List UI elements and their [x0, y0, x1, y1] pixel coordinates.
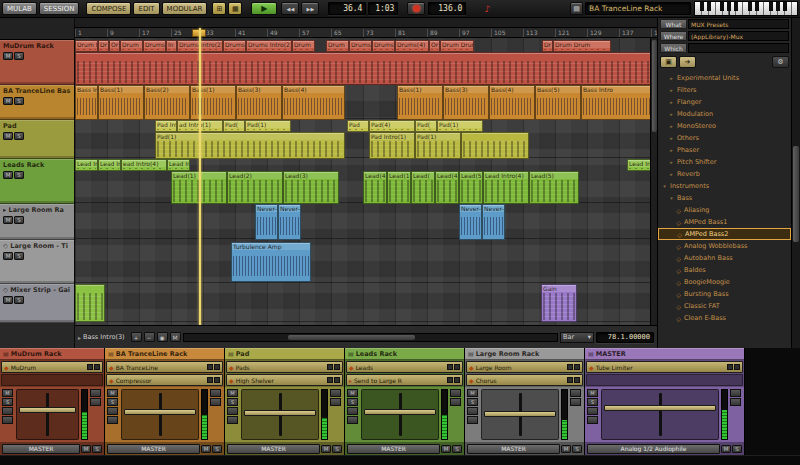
- strip-solo-button[interactable]: S: [347, 398, 358, 406]
- device-send-to-large-r[interactable]: ▸Send to Large R: [346, 374, 463, 386]
- output-solo-button[interactable]: S: [452, 445, 462, 453]
- output-select[interactable]: MASTER: [107, 444, 200, 454]
- tree-item-monostereo[interactable]: ▸MonoStereo: [658, 120, 791, 132]
- timeline-clip[interactable]: Lead(5): [459, 171, 483, 204]
- output-solo-button[interactable]: S: [732, 445, 742, 453]
- timeline-clip[interactable]: Bass(4): [282, 85, 345, 120]
- track-header-mixer-strip-gai[interactable]: ◇ Mixer Strip - GaiMS: [0, 284, 74, 323]
- snap-select[interactable]: Bar ▾: [560, 332, 594, 343]
- track-mute-button[interactable]: M: [3, 216, 13, 224]
- timeline-clip[interactable]: Pad(4): [369, 120, 415, 132]
- fader-thumb[interactable]: [484, 411, 556, 417]
- zoom-out-button[interactable]: −: [144, 332, 155, 342]
- timeline-clip[interactable]: Bass(2): [144, 85, 190, 120]
- empty-device-slot[interactable]: [586, 374, 743, 386]
- volume-fader[interactable]: [121, 389, 199, 440]
- timeline-clip[interactable]: Lead(4): [363, 171, 387, 204]
- timeline-clip[interactable]: Drum Drum: [440, 40, 474, 52]
- strip-header[interactable]: ▤MuDrum Rack: [0, 348, 104, 360]
- forward-button[interactable]: ▶▶: [301, 2, 319, 15]
- timeline-clip[interactable]: ead Intro(4): [121, 159, 167, 171]
- device-button[interactable]: [454, 377, 460, 383]
- device-button[interactable]: [334, 377, 340, 383]
- track-solo-button[interactable]: S: [14, 52, 24, 60]
- strip-button[interactable]: [730, 398, 741, 406]
- timeline-clip[interactable]: Or: [109, 40, 120, 52]
- timeline-clip[interactable]: Turbulence Amp: [231, 242, 311, 282]
- gear-icon[interactable]: ⚙: [772, 56, 789, 68]
- modular-tab[interactable]: MODULAR: [162, 2, 208, 15]
- rack-title-display[interactable]: BA TranceLine Rack: [585, 2, 691, 15]
- timeline-clip[interactable]: Never-e: [459, 204, 482, 240]
- timeline-clip[interactable]: Never-e: [278, 204, 301, 240]
- output-select[interactable]: Analog 1/2 Audiophile: [587, 444, 720, 454]
- tree-item-filters[interactable]: ▸Filters: [658, 84, 791, 96]
- device-button[interactable]: [734, 364, 740, 370]
- device-button[interactable]: [87, 364, 93, 370]
- piano-black-key[interactable]: [755, 2, 759, 11]
- timeline-clip[interactable]: Drum In: [75, 40, 98, 52]
- track-solo-button[interactable]: S: [14, 252, 24, 260]
- device-mudrum[interactable]: ◆MuDrum: [1, 361, 103, 373]
- tree-item-bursting-bass[interactable]: ◇Bursting Bass: [658, 288, 791, 300]
- track-solo-button[interactable]: S: [14, 296, 24, 304]
- output-solo-button[interactable]: S: [212, 445, 222, 453]
- timeline-clip[interactable]: Lead(5): [529, 171, 579, 204]
- timeline-clip[interactable]: Lead(1): [387, 171, 411, 204]
- tree-item-autobahn-bass[interactable]: ◇Autobahn Bass: [658, 252, 791, 264]
- tree-item-aliasing[interactable]: ◇Aliasing: [658, 204, 791, 216]
- compose-tab[interactable]: COMPOSE: [86, 2, 131, 15]
- pan-knob[interactable]: [227, 407, 238, 415]
- scrollbar-thumb[interactable]: [793, 146, 799, 242]
- pan-knob[interactable]: [587, 407, 598, 415]
- tree-item-modulation[interactable]: ▸Modulation: [658, 108, 791, 120]
- output-mute-button[interactable]: M: [441, 445, 451, 453]
- tree-item-flanger[interactable]: ▸Flanger: [658, 96, 791, 108]
- timeline-clip[interactable]: Bass(3): [236, 85, 282, 120]
- timeline-clip[interactable]: Bass(3): [443, 85, 489, 120]
- width-knob[interactable]: [587, 416, 598, 424]
- tempo-display[interactable]: 136.0: [428, 2, 466, 15]
- strip-button[interactable]: [450, 398, 461, 406]
- strip-button[interactable]: [570, 389, 581, 397]
- tree-item-baldes[interactable]: ◇Baldes: [658, 264, 791, 276]
- pan-knob[interactable]: [2, 407, 13, 415]
- browser-filter-label[interactable]: Where: [660, 31, 687, 41]
- device-button[interactable]: [94, 364, 100, 370]
- timeline-clip[interactable]: Drums: [349, 40, 372, 52]
- timeline-clip[interactable]: Lead(: [411, 171, 435, 204]
- strip-header[interactable]: ▤BA TranceLine Rack: [105, 348, 224, 360]
- browser-scrollbar[interactable]: [791, 18, 800, 348]
- timeline-clip[interactable]: Pad(1): [155, 132, 345, 159]
- timeline-clip[interactable]: [75, 284, 105, 322]
- fader-thumb[interactable]: [604, 405, 716, 411]
- fader-thumb[interactable]: [19, 407, 76, 413]
- device-button[interactable]: [727, 364, 733, 370]
- timeline-clip[interactable]: Pad(1): [415, 132, 461, 159]
- output-select[interactable]: MASTER: [227, 444, 320, 454]
- bar-position-display[interactable]: 36.4: [328, 2, 366, 15]
- piano-black-key[interactable]: [776, 2, 780, 11]
- browser-filter-value[interactable]: MUX Presets: [688, 19, 789, 29]
- track-mute-button[interactable]: M: [3, 52, 13, 60]
- device-button[interactable]: [447, 364, 453, 370]
- timeline-clip[interactable]: Bass Intro: [581, 85, 655, 120]
- timeline-clip[interactable]: Drum: [326, 40, 349, 52]
- width-knob[interactable]: [227, 416, 238, 424]
- timeline-clip[interactable]: Pad: [347, 120, 369, 132]
- track-header-leads-rack[interactable]: Leads RackMS: [0, 159, 74, 204]
- track-mute-button[interactable]: M: [3, 296, 13, 304]
- mulab-menu-button[interactable]: MULAB: [2, 2, 37, 15]
- strip-solo-button[interactable]: S: [467, 398, 478, 406]
- timeline-clip[interactable]: Pad Intr: [155, 120, 177, 132]
- output-mute-button[interactable]: M: [321, 445, 331, 453]
- song-position-display[interactable]: 78.1.00000: [596, 332, 654, 343]
- timeline-clip[interactable]: Dr: [98, 40, 109, 52]
- session-menu-button[interactable]: SESSION: [39, 2, 80, 15]
- output-select[interactable]: MASTER: [2, 444, 80, 454]
- timeline-clip[interactable]: Never-e: [482, 204, 505, 240]
- timeline-clip[interactable]: Or: [429, 40, 440, 52]
- device-high-shelver[interactable]: ◆High Shelver: [226, 374, 343, 386]
- timeline-clip[interactable]: Never-e: [255, 204, 278, 240]
- pan-knob[interactable]: [467, 407, 478, 415]
